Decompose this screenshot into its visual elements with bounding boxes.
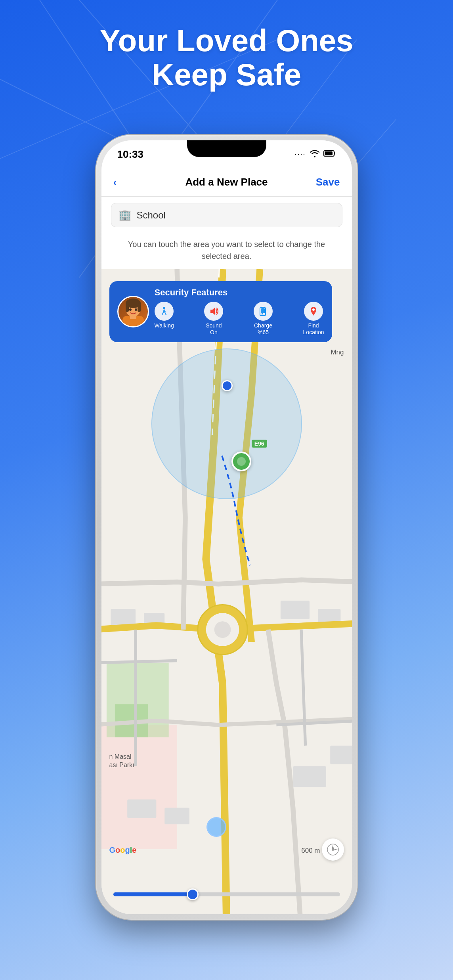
svg-rect-30	[138, 303, 141, 312]
sound-icon-circle	[204, 302, 223, 321]
status-time: 10:33	[117, 148, 144, 161]
location-label: FindLocation	[303, 322, 324, 336]
status-icons: ····	[294, 149, 336, 160]
svg-rect-13	[111, 609, 136, 626]
battery-icon	[323, 150, 336, 159]
google-branding: Google	[109, 846, 137, 855]
phone-shell: 10:33 ····	[96, 135, 357, 920]
search-input-box[interactable]: 🏢 School	[111, 203, 342, 227]
feature-walking: Walking	[155, 302, 174, 336]
svg-point-31	[129, 308, 132, 311]
security-info: Security Features Walking	[155, 287, 324, 336]
feature-location: FindLocation	[303, 302, 324, 336]
hero-line2: Keep Safe	[24, 58, 429, 92]
google-e: e	[132, 846, 136, 854]
user-avatar	[117, 296, 149, 327]
google-g: G	[109, 846, 116, 854]
svg-rect-29	[126, 303, 129, 312]
search-container: 🏢 School	[101, 197, 352, 234]
svg-point-32	[135, 308, 137, 311]
wifi-icon	[309, 149, 320, 160]
security-card: Security Features Walking	[109, 281, 332, 342]
location-icon-circle	[304, 302, 323, 321]
location-radius-circle	[151, 348, 302, 499]
svg-point-33	[163, 307, 165, 309]
security-title: Security Features	[155, 287, 324, 298]
walking-label: Walking	[155, 322, 174, 329]
status-bar: 10:33 ····	[101, 140, 352, 168]
compass-button[interactable]	[322, 838, 344, 861]
svg-rect-10	[101, 725, 177, 850]
svg-point-38	[312, 308, 315, 311]
charge-icon-circle	[254, 302, 273, 321]
building-icon: 🏢	[119, 209, 131, 221]
phone-mockup: 10:33 ····	[96, 135, 357, 920]
phone-screen: 10:33 ····	[101, 140, 352, 914]
hero-line1: Your Loved Ones	[24, 24, 429, 58]
google-o2: o	[120, 846, 125, 854]
signal-icon: ····	[294, 150, 306, 159]
svg-marker-34	[210, 308, 215, 315]
sound-label: SoundOn	[206, 322, 222, 336]
slider-thumb[interactable]	[187, 888, 199, 900]
svg-rect-19	[127, 800, 156, 818]
svg-rect-37	[262, 307, 264, 308]
map-scale-label: 600 m	[301, 847, 320, 855]
target-location-dot	[231, 452, 251, 471]
nav-bar: ‹ Add a New Place Save	[101, 168, 352, 197]
feature-charge: Charge%65	[254, 302, 273, 336]
map-city-label: Mng	[331, 348, 344, 356]
map-park-label: n Masalası Parkı	[109, 753, 134, 769]
nav-title: Add a New Place	[185, 176, 268, 188]
svg-point-23	[214, 621, 231, 638]
security-features-row: Walking	[155, 302, 324, 336]
svg-point-40	[332, 848, 334, 851]
road-sign-e96: E96	[252, 440, 267, 448]
google-g2: g	[125, 846, 130, 854]
notch	[187, 140, 266, 157]
svg-rect-20	[164, 808, 189, 825]
map-area[interactable]: Security Features Walking	[101, 269, 352, 914]
save-button[interactable]: Save	[316, 176, 340, 188]
search-input[interactable]: School	[137, 210, 166, 221]
back-button[interactable]: ‹	[113, 176, 117, 189]
svg-rect-8	[325, 151, 333, 155]
svg-rect-18	[330, 746, 352, 764]
slider-fill	[113, 892, 193, 896]
google-o1: o	[115, 846, 120, 854]
svg-rect-17	[293, 766, 326, 787]
svg-rect-15	[280, 601, 309, 619]
charge-label: Charge%65	[254, 322, 272, 336]
map-slider[interactable]	[113, 892, 340, 896]
walking-icon-circle	[155, 302, 174, 321]
hint-text: You can touch the area you want to selec…	[101, 234, 352, 269]
feature-sound: SoundOn	[204, 302, 223, 336]
hero-headline: Your Loved Ones Keep Safe	[0, 24, 453, 92]
